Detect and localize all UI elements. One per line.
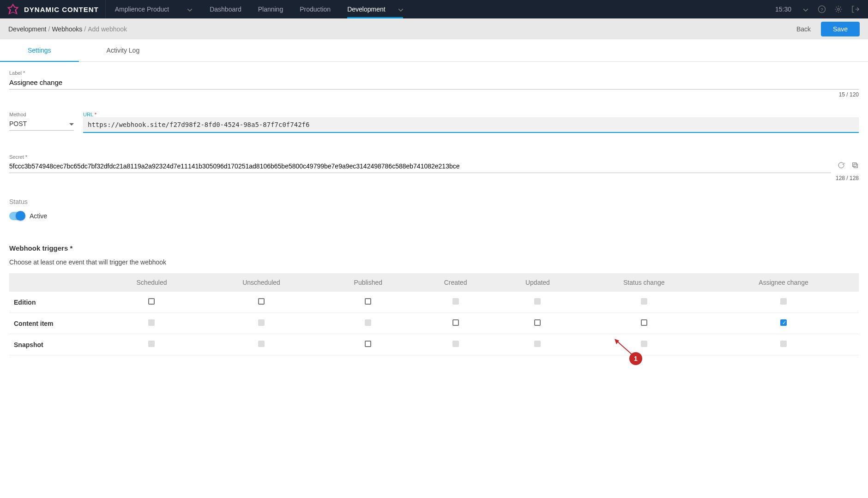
tabs: Settings Activity Log	[0, 39, 868, 62]
trigger-checkbox	[641, 341, 647, 347]
hub-selector[interactable]: Amplience Product	[106, 0, 202, 18]
trigger-col-header: Scheduled	[102, 273, 202, 292]
url-input[interactable]: https://webhook.site/f27d98f2-8fd0-4524-…	[83, 117, 859, 133]
triggers-section: Webhook triggers * Choose at least one e…	[9, 244, 859, 355]
help-icon[interactable]: ?	[814, 0, 830, 18]
svg-text:?: ?	[820, 7, 823, 12]
chevron-down-icon	[803, 6, 808, 13]
trigger-checkbox	[148, 341, 155, 347]
table-row: Snapshot	[9, 334, 859, 355]
status-value: Active	[30, 212, 47, 220]
trigger-checkbox[interactable]	[258, 298, 265, 305]
url-field-label: URL	[83, 112, 859, 117]
status-toggle[interactable]	[9, 212, 25, 220]
nav-development-label: Development	[347, 6, 386, 13]
trigger-row-name: Snapshot	[9, 334, 102, 355]
trigger-checkbox	[365, 319, 371, 326]
gear-icon[interactable]	[830, 0, 847, 18]
label-input[interactable]	[9, 76, 859, 90]
chevron-down-icon	[69, 120, 74, 127]
trigger-checkbox	[258, 319, 265, 326]
nav-production[interactable]: Production	[291, 0, 339, 18]
chevron-down-icon	[398, 6, 403, 13]
time-display[interactable]: 15:30	[770, 6, 814, 13]
trigger-checkbox[interactable]	[780, 319, 787, 326]
trigger-checkbox	[258, 341, 265, 347]
logout-icon[interactable]	[847, 0, 863, 18]
label-counter: 15 / 120	[9, 91, 859, 98]
trigger-checkbox	[780, 341, 787, 347]
amp-logo-icon	[6, 3, 19, 16]
copy-icon[interactable]	[851, 162, 859, 170]
nav-dashboard[interactable]: Dashboard	[201, 0, 250, 18]
svg-point-4	[838, 8, 840, 11]
status-group: Status Active	[9, 198, 859, 220]
trigger-col-header: Published	[321, 273, 416, 292]
trigger-checkbox	[452, 341, 459, 347]
method-field-group: Method POST	[9, 112, 74, 133]
regenerate-icon[interactable]	[838, 162, 845, 170]
breadcrumb-bar: Development / Webhooks / Add webhook Bac…	[0, 18, 868, 39]
trigger-checkbox	[534, 341, 541, 347]
crumb-root[interactable]: Development	[8, 25, 47, 33]
trigger-col-header: Updated	[495, 273, 579, 292]
trigger-col-header: Created	[416, 273, 496, 292]
nav-planning[interactable]: Planning	[250, 0, 292, 18]
trigger-col-header: Unscheduled	[202, 273, 321, 292]
trigger-checkbox[interactable]	[641, 319, 647, 326]
trigger-checkbox[interactable]	[534, 319, 541, 326]
secret-field-label: Secret	[9, 154, 859, 160]
method-value: POST	[9, 120, 27, 127]
method-select[interactable]: POST	[9, 117, 74, 131]
triggers-desc: Choose at least one event that will trig…	[9, 258, 859, 266]
secret-field-group: Secret 128 / 128	[9, 154, 859, 181]
trigger-checkbox[interactable]	[365, 298, 371, 305]
status-label: Status	[9, 198, 859, 205]
hub-name: Amplience Product	[115, 6, 169, 13]
trigger-row-name: Edition	[9, 292, 102, 313]
trigger-checkbox	[148, 319, 155, 326]
crumb-current: Add webhook	[88, 25, 127, 33]
trigger-checkbox	[452, 298, 459, 305]
trigger-checkbox	[641, 298, 647, 305]
url-field-group: URL https://webhook.site/f27d98f2-8fd0-4…	[83, 112, 859, 133]
trigger-checkbox	[534, 298, 541, 305]
brand-title: DYNAMIC CONTENT	[24, 6, 99, 13]
tab-activity-log[interactable]: Activity Log	[79, 39, 168, 61]
secret-input[interactable]	[9, 160, 831, 173]
label-field-group: Label 15 / 120	[9, 70, 859, 98]
top-nav: DYNAMIC CONTENT Amplience Product Dashbo…	[0, 0, 868, 18]
table-row: Content item	[9, 313, 859, 334]
crumb-webhooks[interactable]: Webhooks	[52, 25, 82, 33]
trigger-col-header	[9, 273, 102, 292]
table-row: Edition	[9, 292, 859, 313]
method-field-label: Method	[9, 112, 74, 117]
triggers-table: ScheduledUnscheduledPublishedCreatedUpda…	[9, 273, 859, 355]
label-field-label: Label	[9, 70, 859, 76]
chevron-down-icon	[187, 6, 192, 13]
triggers-title: Webhook triggers *	[9, 244, 859, 252]
trigger-col-header: Assignee change	[708, 273, 859, 292]
trigger-row-name: Content item	[9, 313, 102, 334]
annotation-badge: 1	[629, 352, 642, 365]
brand: DYNAMIC CONTENT	[0, 0, 106, 18]
nav-development[interactable]: Development	[339, 0, 411, 18]
trigger-checkbox	[780, 298, 787, 305]
back-button[interactable]: Back	[796, 25, 811, 33]
trigger-checkbox[interactable]	[365, 341, 371, 347]
trigger-col-header: Status change	[579, 273, 708, 292]
trigger-checkbox[interactable]	[148, 298, 155, 305]
svg-rect-6	[853, 163, 856, 167]
tab-settings[interactable]: Settings	[0, 39, 79, 61]
secret-counter: 128 / 128	[9, 175, 859, 181]
svg-rect-5	[854, 164, 857, 168]
trigger-checkbox[interactable]	[452, 319, 459, 326]
save-button[interactable]: Save	[821, 22, 860, 36]
